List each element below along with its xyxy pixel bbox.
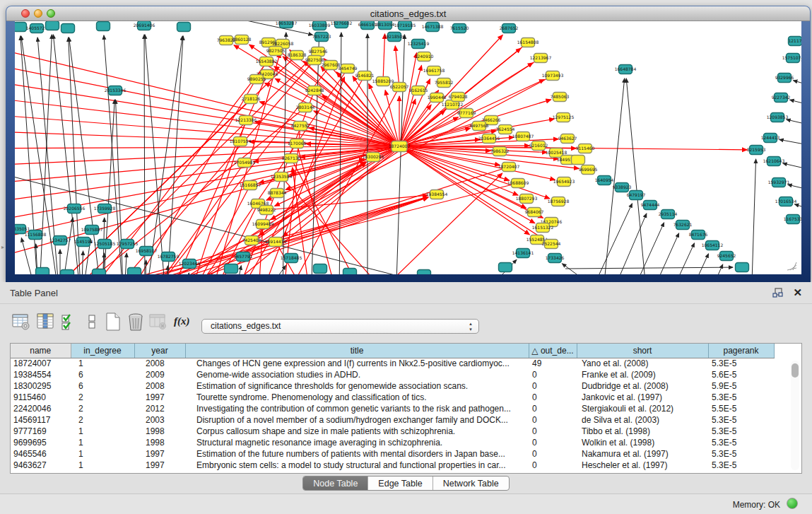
graph-node[interactable] (61, 24, 75, 33)
float-panel-icon[interactable] (772, 287, 784, 298)
table-row[interactable]: 911546021997Tourette syndrome. Phenomeno… (11, 392, 774, 403)
graph-node[interactable] (93, 269, 106, 275)
graph-node-label: 9457791 (234, 254, 253, 259)
graph-node-label: 16151322 (532, 225, 554, 230)
graph-node[interactable] (418, 270, 431, 275)
graph-node-label: 14055725 (26, 25, 48, 30)
table-row[interactable]: 1938455462009Genome-wide association stu… (11, 369, 774, 380)
network-canvas[interactable]: 1405572520691406106532871603380978572231… (15, 21, 801, 274)
tab-edge-table[interactable]: Edge Table (368, 477, 433, 491)
graph-node-label: 12353594 (271, 174, 293, 179)
table-cell: 6 (71, 380, 134, 392)
table-settings-icon[interactable] (11, 312, 31, 332)
network-window-titlebar[interactable]: citations_edges.txt (6, 6, 810, 21)
graph-node[interactable] (343, 269, 357, 275)
table-row[interactable]: 1830029562008Estimation of significance … (11, 380, 774, 392)
graph-node[interactable] (314, 264, 327, 274)
graph-node[interactable] (736, 263, 749, 272)
graph-node[interactable] (572, 156, 585, 165)
graph-node-label: 20364456 (478, 136, 500, 141)
tab-network-table[interactable]: Network Table (433, 477, 509, 491)
table-selector-dropdown[interactable]: citations_edges.txt ▲▼ (201, 319, 479, 334)
resize-grip-icon[interactable] (787, 262, 796, 270)
graph-node-label: 12213967 (530, 55, 552, 60)
table-cell: Dudbridge et al. (2008) (577, 380, 708, 392)
scrollbar-thumb[interactable] (792, 363, 799, 378)
graph-node-label: 17957255 (117, 241, 139, 246)
graph-node[interactable] (177, 23, 191, 32)
table-row[interactable]: 2242004622012Investigating the contribut… (11, 403, 774, 414)
table-panel: Table Panel ✕ (0, 282, 812, 514)
graph-node[interactable] (46, 21, 59, 30)
table-header[interactable]: namein_degreeyeartitle△ out_de...shortpa… (11, 344, 774, 358)
table-cell: 2003 (134, 414, 185, 426)
graph-node-label: 6497568 (470, 123, 489, 128)
panel-collapse-handle[interactable]: ▸ (1, 244, 4, 250)
graph-node-label: 9242848 (305, 88, 324, 93)
graph-node[interactable] (499, 263, 512, 272)
network-view-window[interactable]: citations_edges.txt 14055725206914061065… (6, 6, 811, 282)
status-bar: Memory: OK (0, 493, 812, 514)
graph-node-label: 19218506 (384, 34, 406, 39)
graph-edge (396, 35, 405, 274)
graph-node-label: 9474444 (641, 202, 660, 207)
table-row[interactable]: 946362711997Embryonic stem cells: a mode… (11, 460, 774, 471)
column-header-year[interactable]: year (134, 344, 185, 358)
graph-node-label: 18724007 (389, 144, 411, 148)
tab-node-table[interactable]: Node Table (303, 477, 368, 491)
table-row[interactable]: 1872400712008Changes of HCN gene express… (11, 358, 774, 369)
table-column-icon[interactable] (35, 312, 55, 332)
graph-node-label: 8813054 (376, 22, 395, 27)
rows-icon[interactable] (82, 312, 102, 332)
graph-edge (794, 204, 801, 212)
table-row[interactable]: 946554611997Estimation of the future num… (11, 448, 774, 460)
graph-node-label: 14136141 (512, 250, 534, 255)
delete-table-icon[interactable] (148, 312, 168, 332)
graph-node[interactable] (15, 23, 27, 32)
graph-node-label: 18756928 (548, 199, 570, 204)
graph-node-label: 1240910 (415, 54, 434, 59)
graph-edge (395, 46, 399, 87)
table-cell: 2008 (134, 358, 185, 369)
graph-node-label: 7615520 (450, 25, 469, 30)
trash-icon[interactable] (126, 312, 146, 332)
table-cell: Genome-wide association studies in ADHD. (185, 369, 529, 380)
graph-edge (399, 146, 529, 235)
graph-edge (790, 100, 801, 107)
graph-edge (751, 159, 756, 274)
graph-node-label: 8860128 (233, 37, 252, 42)
graph-edge (15, 146, 399, 148)
graph-node[interactable] (97, 22, 110, 31)
graph-node-label: 16958107 (136, 248, 158, 253)
graph-edge (788, 185, 801, 192)
column-header-name[interactable]: name (11, 344, 71, 358)
table-scrollbar[interactable] (791, 361, 799, 470)
graph-node-label: 9827505 (266, 48, 286, 53)
function-icon[interactable]: f(x) (174, 312, 194, 332)
graph-node-label: 9245652 (717, 253, 736, 258)
graph-edge (611, 214, 647, 274)
column-header-pagerank[interactable]: pagerank (708, 344, 774, 358)
graph-node-label: 1170065 (288, 141, 307, 146)
checklist-icon[interactable] (59, 312, 79, 332)
graph-node-label: 6216012 (529, 143, 548, 148)
column-header-out_de[interactable]: △ out_de... (529, 344, 577, 358)
graph-node-label: 16154808 (517, 40, 539, 45)
graph-node[interactable] (128, 268, 141, 275)
graph-node[interactable] (225, 264, 238, 274)
graph-node-label: 15276602 (331, 21, 353, 25)
close-panel-icon[interactable]: ✕ (793, 286, 802, 299)
graph-node[interactable] (61, 270, 74, 275)
table-row[interactable]: 1456911722003Disruption of a novel membe… (11, 414, 774, 426)
table-row[interactable]: 969969511998Structural magnetic resonanc… (11, 437, 774, 448)
new-document-icon[interactable] (103, 312, 123, 332)
graph-node[interactable] (36, 268, 49, 275)
table-cell: 9115460 (11, 392, 71, 403)
column-header-in_degree[interactable]: in_degree (71, 344, 134, 358)
column-header-short[interactable]: short (577, 344, 708, 358)
table-row[interactable]: 977716911998Corpus callosum shape and si… (11, 426, 774, 437)
graph-node-label: 16648784 (615, 66, 637, 71)
graph-node-label: 2687652 (500, 25, 519, 30)
table-cell: Estimation of the future numbers of pati… (185, 448, 529, 460)
column-header-title[interactable]: title (185, 344, 529, 358)
